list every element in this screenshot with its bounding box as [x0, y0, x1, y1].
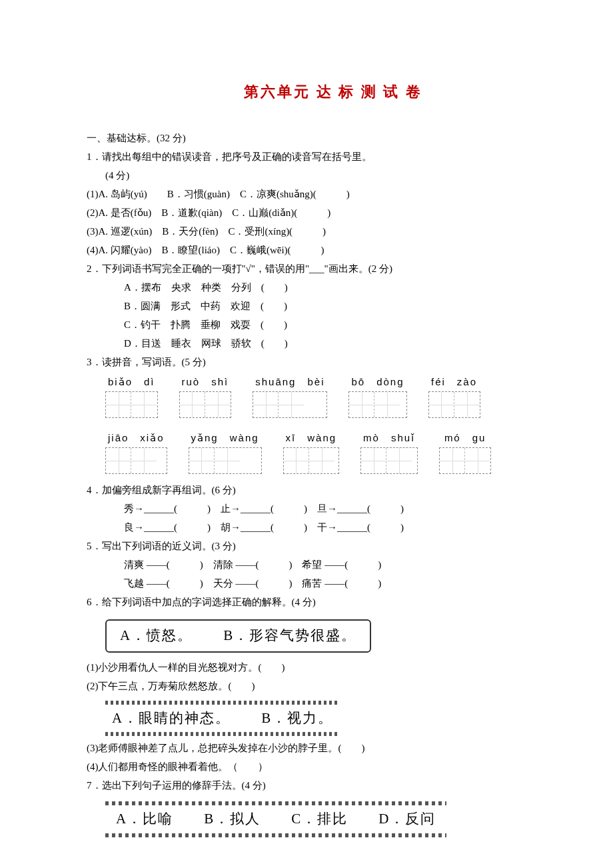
q6-choice-box-1: A．愤怒。 B．形容气势很盛。: [105, 619, 371, 653]
write-grid[interactable]: [105, 391, 158, 418]
pinyin-label: bō dòng: [348, 374, 406, 390]
pinyin-label: mò shuǐ: [360, 430, 418, 446]
q2-opt-d: D．目送 睡衣 网球 骄软 ( ): [87, 335, 580, 351]
q2-opt-b: B．圆满 形式 中药 欢迎 ( ): [87, 298, 580, 314]
q4-stem: 4．加偏旁组成新字再组词。(6 分): [87, 482, 580, 498]
q6-item-3: (3)老师傅眼神差了点儿，总把碎头发掉在小沙的脖子里。( ): [87, 740, 580, 756]
write-grid[interactable]: [439, 447, 491, 474]
q6-item-1: (1)小沙用看仇人一样的目光怒视对方。( ): [87, 659, 580, 675]
q5-row-2: 飞越 ——( ) 天分 ——( ) 痛苦 ——( ): [87, 575, 580, 591]
q1-row-1: (1)A. 岛屿(yú) B．习惯(guàn) C．凉爽(shuǎng)( ): [87, 186, 580, 202]
pinyin-block: jiāo xiǎo: [105, 430, 167, 474]
pinyin-label: xī wàng: [283, 430, 340, 446]
q6-stem: 6．给下列词语中加点的字词选择正确的解释。(4 分): [87, 594, 580, 610]
q2-opt-a: A．摆布 央求 种类 分列 ( ): [87, 279, 580, 295]
q1-row-2: (2)A. 是否(fǒu) B．道歉(qiàn) C．山巅(diǎn)( ): [87, 205, 580, 221]
page-title: 第六单元 达 标 测 试 卷: [87, 80, 580, 103]
pinyin-block: shuāng bèi: [253, 374, 327, 418]
pinyin-label: yǎng wàng: [189, 430, 262, 446]
pinyin-label: ruò shì: [179, 374, 232, 390]
q4-row-2: 良→______( ) 胡→______( ) 干→______( ): [87, 519, 580, 535]
q6-item-4: (4)人们都用奇怪的眼神看着他。（ ）: [87, 759, 580, 775]
write-grid[interactable]: [253, 391, 327, 418]
pinyin-label: jiāo xiǎo: [105, 430, 167, 446]
pinyin-label: shuāng bèi: [253, 374, 327, 390]
q5-stem: 5．写出下列词语的近义词。(3 分): [87, 538, 580, 554]
q4-row-1: 秀→______( ) 止→______( ) 旦→______( ): [87, 501, 580, 517]
write-grid[interactable]: [283, 447, 340, 474]
pinyin-block: biǎo dì: [105, 374, 158, 418]
write-grid[interactable]: [179, 391, 232, 418]
q1-row-4: (4)A. 闪耀(yào) B．瞭望(liáo) C．巍峨(wēi)( ): [87, 242, 580, 258]
write-grid[interactable]: [428, 391, 480, 418]
pinyin-block: mò shuǐ: [360, 430, 418, 474]
q5-row-1: 清爽 ——( ) 清除 ——( ) 希望 ——( ): [87, 557, 580, 573]
q7-stem: 7．选出下列句子运用的修辞手法。(4 分): [87, 777, 580, 793]
write-grid[interactable]: [360, 447, 418, 474]
pinyin-block: féi zào: [428, 374, 480, 418]
pinyin-block: mó gu: [439, 430, 491, 474]
pinyin-block: xī wàng: [283, 430, 340, 474]
pinyin-label: mó gu: [439, 430, 491, 446]
pinyin-block: bō dòng: [348, 374, 406, 418]
q7-choice-box: A．比喻 B．拟人 C．排比 D．反问: [105, 803, 446, 836]
q3-row-1: biǎo dì ruò shì shuāng bèi bō dòng féi z…: [105, 374, 580, 418]
q2-stem: 2．下列词语书写完全正确的一项打"√"，错误的用"___"画出来。(2 分): [87, 261, 580, 277]
q6-choice-box-2: A．眼睛的神态。 B．视力。: [105, 703, 340, 734]
q1-row-3: (3)A. 巡逻(xún) B．天分(fèn) C．受刑(xíng)( ): [87, 223, 580, 239]
section-1-header: 一、基础达标。(32 分): [87, 130, 580, 146]
write-grid[interactable]: [105, 447, 167, 474]
q1-stem: 1．请找出每组中的错误读音，把序号及正确的读音写在括号里。: [87, 149, 580, 165]
write-grid[interactable]: [348, 391, 406, 418]
q2-opt-c: C．钓干 扑腾 垂柳 戏耍 ( ): [87, 317, 580, 333]
q6-item-2: (2)下午三点，万寿菊欣然怒放。( ): [87, 678, 580, 694]
pinyin-label: féi zào: [428, 374, 480, 390]
q3-stem: 3．读拼音，写词语。(5 分): [87, 354, 580, 370]
q1-points: (4 分): [87, 167, 580, 183]
pinyin-block: yǎng wàng: [189, 430, 262, 474]
write-grid[interactable]: [189, 447, 262, 474]
pinyin-block: ruò shì: [179, 374, 232, 418]
q3-row-2: jiāo xiǎo yǎng wàng xī wàng mò shuǐ mó g…: [105, 430, 580, 474]
pinyin-label: biǎo dì: [105, 374, 158, 390]
